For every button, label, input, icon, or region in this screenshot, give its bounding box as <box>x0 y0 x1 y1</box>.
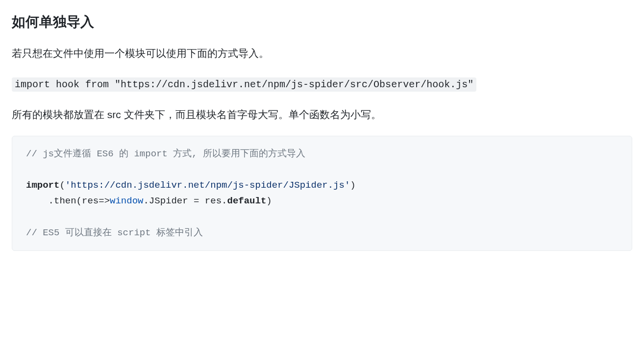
section-heading: 如何单独导入 <box>12 12 632 32</box>
code-block: // js文件遵循 ES6 的 import 方式, 所以要用下面的方式导入 i… <box>12 136 632 251</box>
inline-code-paragraph: import hook from "https://cdn.jsdelivr.n… <box>12 74 632 94</box>
code-url-string: 'https://cdn.jsdelivr.net/npm/js-spider/… <box>65 180 350 191</box>
intro-paragraph: 若只想在文件中使用一个模块可以使用下面的方式导入。 <box>12 44 632 63</box>
code-default-keyword: default <box>227 196 266 206</box>
code-window-token: window <box>110 196 143 206</box>
code-then-mid: .JSpider = res. <box>143 196 227 206</box>
code-then-suffix: ) <box>266 196 272 206</box>
code-comment-1: // js文件遵循 ES6 的 import 方式, 所以要用下面的方式导入 <box>26 149 305 159</box>
code-comment-2: // ES5 可以直接在 script 标签中引入 <box>26 227 203 238</box>
code-close-paren: ) <box>350 180 355 191</box>
description-paragraph: 所有的模块都放置在 src 文件夹下，而且模块名首字母大写。单个函数名为小写。 <box>12 105 632 124</box>
code-then-prefix: .then(res=> <box>26 196 110 206</box>
inline-code: import hook from "https://cdn.jsdelivr.n… <box>12 77 476 92</box>
code-open-paren: ( <box>59 180 65 191</box>
code-import-keyword: import <box>26 180 59 191</box>
